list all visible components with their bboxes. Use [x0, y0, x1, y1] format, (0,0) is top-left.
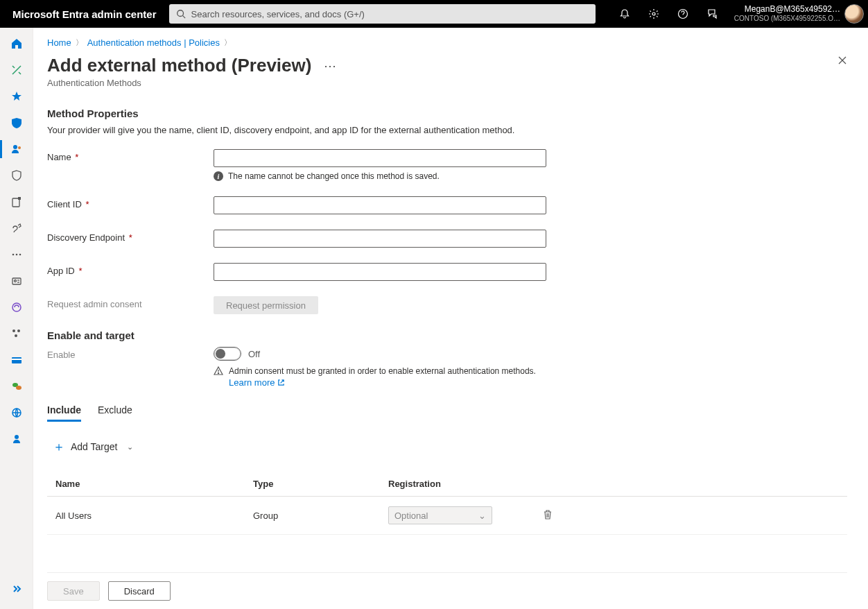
- nav-governance[interactable]: [0, 189, 33, 215]
- nav-home[interactable]: [0, 31, 33, 57]
- name-label: Name *: [47, 149, 214, 162]
- nav-expand[interactable]: [0, 576, 33, 602]
- request-consent-label: Request admin consent: [47, 296, 214, 309]
- account-menu[interactable]: MeganB@M365x49592… CONTOSO (M365X4959225…: [726, 4, 868, 24]
- nav-verified-id[interactable]: [0, 268, 33, 294]
- search-input[interactable]: Search resources, services, and docs (G+…: [169, 4, 596, 24]
- page-subtitle: Authentication Methods: [47, 78, 847, 88]
- feedback-icon[interactable]: [698, 0, 726, 28]
- app-id-label: App ID *: [47, 263, 214, 276]
- info-icon: i: [214, 171, 223, 181]
- avatar: [844, 4, 864, 24]
- svg-point-16: [12, 303, 21, 311]
- account-name: MeganB@M365x49592…: [734, 5, 840, 15]
- discovery-endpoint-label: Discovery Endpoint *: [47, 230, 214, 243]
- svg-rect-8: [18, 197, 21, 200]
- request-permission-button[interactable]: Request permission: [214, 296, 318, 314]
- row-name: All Users: [55, 511, 253, 521]
- settings-icon[interactable]: [640, 0, 668, 28]
- chevron-down-icon: ⌄: [127, 443, 133, 452]
- svg-point-11: [19, 254, 21, 256]
- table-header-registration: Registration: [388, 479, 527, 489]
- learn-more-link[interactable]: Learn more: [229, 377, 285, 388]
- search-icon: [176, 9, 186, 19]
- plus-icon: ＋: [53, 438, 65, 455]
- search-placeholder: Search resources, services, and docs (G+…: [191, 9, 365, 19]
- account-tenant: CONTOSO (M365X49592255.O…: [734, 15, 840, 23]
- table-header-name: Name: [55, 479, 253, 489]
- nav-users[interactable]: [0, 136, 33, 162]
- name-input[interactable]: [214, 149, 546, 167]
- svg-rect-21: [12, 359, 21, 360]
- svg-point-17: [12, 329, 15, 332]
- table-row: All Users Group Optional ⌄: [47, 497, 847, 535]
- tab-include[interactable]: Include: [47, 400, 81, 422]
- svg-point-25: [15, 435, 19, 439]
- page-title: Add external method (Preview): [47, 55, 311, 76]
- svg-point-9: [12, 254, 14, 256]
- nav-billing[interactable]: [0, 347, 33, 373]
- add-target-button[interactable]: ＋ Add Target ⌄: [50, 434, 136, 459]
- delete-row-button[interactable]: [543, 509, 553, 522]
- enable-target-heading: Enable and target: [47, 329, 847, 341]
- close-button[interactable]: [837, 55, 847, 67]
- client-id-label: Client ID *: [47, 196, 214, 209]
- notifications-icon[interactable]: [611, 0, 639, 28]
- method-properties-desc: Your provider will give you the name, cl…: [47, 125, 847, 135]
- table-header-type: Type: [253, 479, 388, 489]
- help-icon[interactable]: [669, 0, 697, 28]
- svg-point-30: [218, 372, 218, 373]
- chevron-down-icon: ⌄: [478, 511, 486, 521]
- svg-point-13: [14, 280, 16, 282]
- nav-admin-groups[interactable]: [0, 320, 33, 347]
- more-actions-button[interactable]: ⋯: [321, 57, 340, 75]
- breadcrumb-home[interactable]: Home: [47, 37, 71, 48]
- breadcrumb: Home 〉 Authentication methods | Policies…: [47, 37, 847, 48]
- enable-label: Enable: [47, 347, 214, 360]
- svg-point-2: [652, 12, 655, 15]
- app-id-input[interactable]: [214, 263, 546, 281]
- svg-point-6: [18, 146, 21, 149]
- svg-marker-4: [12, 92, 21, 101]
- svg-rect-20: [12, 357, 21, 363]
- name-info-text: The name cannot be changed once this met…: [228, 171, 440, 181]
- enable-toggle-state: Off: [248, 349, 260, 359]
- nav-learn[interactable]: [0, 400, 33, 426]
- discovery-endpoint-input[interactable]: [214, 230, 546, 248]
- chevron-right-icon: 〉: [76, 37, 83, 48]
- nav-support[interactable]: [0, 426, 33, 452]
- svg-point-23: [16, 386, 21, 390]
- svg-point-0: [177, 10, 183, 17]
- discard-button[interactable]: Discard: [108, 581, 171, 601]
- external-link-icon: [277, 379, 285, 386]
- svg-line-1: [182, 16, 185, 19]
- nav-external[interactable]: [0, 215, 33, 241]
- nav-show-more[interactable]: [0, 241, 33, 268]
- svg-point-19: [15, 334, 17, 337]
- nav-protection[interactable]: [0, 162, 33, 189]
- save-button[interactable]: Save: [47, 581, 100, 601]
- warning-text: Admin consent must be granted in order t…: [229, 366, 536, 376]
- nav-favorites[interactable]: [0, 83, 33, 110]
- brand-title: Microsoft Entra admin center: [0, 8, 169, 20]
- warning-icon: [214, 366, 223, 376]
- nav-identity[interactable]: [0, 110, 33, 136]
- svg-point-10: [15, 254, 17, 256]
- client-id-input[interactable]: [214, 196, 546, 214]
- svg-point-18: [17, 329, 20, 332]
- svg-point-5: [13, 145, 17, 149]
- registration-select[interactable]: Optional ⌄: [388, 506, 492, 524]
- chevron-right-icon: 〉: [224, 37, 232, 48]
- row-type: Group: [253, 511, 388, 521]
- method-properties-heading: Method Properties: [47, 108, 847, 119]
- nav-permissions[interactable]: [0, 294, 33, 320]
- breadcrumb-auth-methods[interactable]: Authentication methods | Policies: [87, 37, 220, 48]
- tab-exclude[interactable]: Exclude: [98, 400, 132, 422]
- nav-settings[interactable]: [0, 373, 33, 400]
- enable-toggle[interactable]: [214, 347, 241, 361]
- nav-diagnose[interactable]: [0, 57, 33, 83]
